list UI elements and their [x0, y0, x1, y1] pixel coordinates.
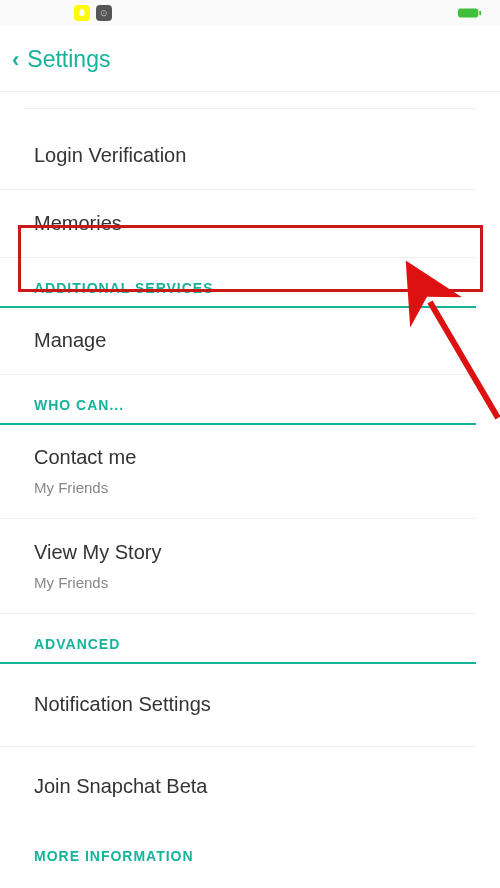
section-additional-services: ADDITIONAL SERVICES — [0, 258, 476, 308]
row-label: Login Verification — [34, 144, 446, 167]
back-icon[interactable]: ‹ — [12, 49, 19, 71]
row-notification-settings[interactable]: Notification Settings — [0, 663, 476, 747]
row-label: View My Story — [34, 541, 446, 564]
row-label: Join Snapchat Beta — [34, 775, 446, 798]
status-icons: ⊙ — [74, 5, 112, 21]
row-label: Contact me — [34, 446, 446, 469]
row-manage[interactable]: Manage — [0, 307, 476, 375]
row-join-beta[interactable]: Join Snapchat Beta — [0, 747, 476, 826]
page-title: Settings — [27, 46, 110, 73]
battery-icon — [458, 7, 482, 19]
row-label: Notification Settings — [34, 693, 446, 716]
settings-list: Login Verification Memories ADDITIONAL S… — [0, 92, 500, 874]
row-sub: My Friends — [34, 574, 446, 591]
spacer — [24, 108, 476, 122]
snapchat-icon — [74, 5, 90, 21]
status-bar: ⊙ — [0, 0, 500, 26]
row-label: Manage — [34, 329, 446, 352]
section-more-information: MORE INFORMATION — [0, 826, 476, 874]
svg-rect-1 — [479, 11, 481, 16]
row-view-my-story[interactable]: View My Story My Friends — [0, 519, 476, 614]
row-sub: My Friends — [34, 479, 446, 496]
row-login-verification[interactable]: Login Verification — [0, 122, 476, 190]
screen-record-icon: ⊙ — [96, 5, 112, 21]
svg-rect-0 — [458, 8, 478, 17]
row-memories[interactable]: Memories — [0, 190, 476, 258]
row-label: Memories — [34, 212, 446, 235]
row-contact-me[interactable]: Contact me My Friends — [0, 424, 476, 519]
section-who-can: WHO CAN... — [0, 375, 476, 425]
nav-bar: ‹ Settings — [0, 26, 500, 92]
section-advanced: ADVANCED — [0, 614, 476, 664]
